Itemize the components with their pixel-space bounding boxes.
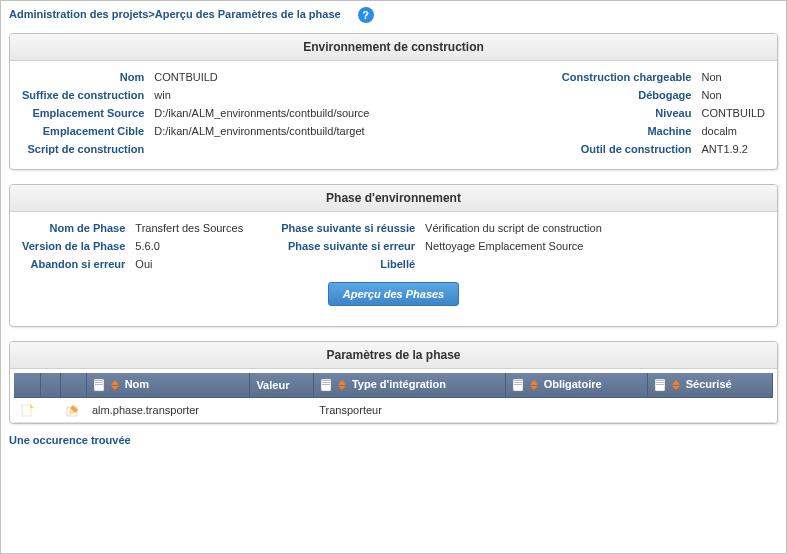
- panel-phase: Phase d'environnement Nom de Phase Trans…: [9, 184, 778, 327]
- env-right-col: Construction chargeable Non Débogage Non…: [562, 71, 765, 155]
- cell-obligatoire: [505, 398, 647, 423]
- value-script: [154, 143, 369, 155]
- breadcrumb: Administration des projets>Aperçu des Pa…: [9, 7, 778, 23]
- value-chargeable: Non: [701, 71, 765, 83]
- phase-right-col: Phase suivante si réussie Vérification d…: [281, 222, 602, 270]
- col-valeur-label: Valeur: [256, 379, 289, 391]
- svg-rect-21: [656, 384, 664, 385]
- help-icon[interactable]: ?: [358, 7, 374, 23]
- sort-icon: [111, 380, 119, 390]
- label-suffixe: Suffixe de construction: [22, 89, 144, 101]
- label-phase-ver: Version de la Phase: [22, 240, 125, 252]
- svg-marker-11: [338, 386, 346, 390]
- label-machine: Machine: [562, 125, 692, 137]
- panel-parametres-title: Paramètres de la phase: [10, 342, 777, 369]
- phase-left-col: Nom de Phase Transfert des Sources Versi…: [22, 222, 243, 270]
- svg-rect-9: [322, 384, 330, 385]
- table-row: alm.phase.transporter Transporteur: [14, 398, 773, 423]
- page-icon: [512, 378, 524, 392]
- cell-nom: alm.phase.transporter: [86, 398, 250, 423]
- value-src: D:/ikan/ALM_environments/contbuild/sourc…: [154, 107, 369, 119]
- label-erreur: Phase suivante si erreur: [281, 240, 415, 252]
- breadcrumb-part-2[interactable]: Aperçu des Paramètres de la phase: [155, 8, 341, 20]
- value-phase-ver: 5.6.0: [135, 240, 243, 252]
- svg-marker-23: [672, 386, 680, 390]
- svg-rect-19: [656, 380, 664, 381]
- col-securise-label: Sécurisé: [686, 378, 732, 390]
- svg-rect-2: [95, 382, 103, 383]
- col-type[interactable]: Type d'intégration: [313, 373, 505, 398]
- value-machine: docalm: [701, 125, 765, 137]
- svg-rect-15: [514, 384, 522, 385]
- svg-rect-3: [95, 384, 103, 385]
- svg-rect-14: [514, 382, 522, 383]
- svg-rect-24: [22, 405, 31, 416]
- cell-type: Transporteur: [313, 398, 505, 423]
- col-action-3: [60, 373, 86, 398]
- col-type-label: Type d'intégration: [352, 378, 446, 390]
- col-nom-label: Nom: [125, 378, 149, 390]
- label-tgt: Emplacement Cible: [22, 125, 144, 137]
- svg-rect-20: [656, 382, 664, 383]
- value-tgt: D:/ikan/ALM_environments/contbuild/targe…: [154, 125, 369, 137]
- svg-marker-10: [338, 380, 346, 385]
- col-valeur[interactable]: Valeur: [250, 373, 313, 398]
- label-src: Emplacement Source: [22, 107, 144, 119]
- value-outil: ANT1.9.2: [701, 143, 765, 155]
- value-suffixe: win: [154, 89, 369, 101]
- value-phase-nom: Transfert des Sources: [135, 222, 243, 234]
- svg-marker-5: [111, 386, 119, 390]
- sort-icon: [672, 380, 680, 390]
- value-nom: CONTBUILD: [154, 71, 369, 83]
- parametres-table: Nom Valeur Type d'intégration: [14, 373, 773, 423]
- result-count: Une occurence trouvée: [9, 428, 778, 448]
- page-icon: [654, 378, 666, 392]
- label-reussie: Phase suivante si réussie: [281, 222, 415, 234]
- svg-rect-8: [322, 382, 330, 383]
- page-icon: [320, 378, 332, 392]
- label-niveau: Niveau: [562, 107, 692, 119]
- value-phase-abandon: Oui: [135, 258, 243, 270]
- page-icon: [93, 378, 105, 392]
- panel-parametres: Paramètres de la phase: [9, 341, 778, 424]
- sort-icon: [530, 380, 538, 390]
- breadcrumb-part-1[interactable]: Administration des projets: [9, 8, 148, 20]
- label-debug: Débogage: [562, 89, 692, 101]
- panel-environment: Environnement de construction Nom CONTBU…: [9, 33, 778, 170]
- label-libelle: Libellé: [281, 258, 415, 270]
- svg-rect-7: [322, 380, 330, 381]
- label-phase-abandon: Abandon si erreur: [22, 258, 125, 270]
- col-action-1: [14, 373, 40, 398]
- value-libelle: [425, 258, 602, 270]
- svg-rect-1: [95, 380, 103, 381]
- svg-marker-25: [30, 404, 34, 408]
- label-nom: Nom: [22, 71, 144, 83]
- sort-icon: [338, 380, 346, 390]
- svg-marker-17: [530, 386, 538, 390]
- col-obligatoire-label: Obligatoire: [544, 378, 602, 390]
- edit-icon[interactable]: [66, 403, 80, 417]
- svg-marker-16: [530, 380, 538, 385]
- label-phase-nom: Nom de Phase: [22, 222, 125, 234]
- svg-marker-4: [111, 380, 119, 385]
- value-erreur: Nettoyage Emplacement Source: [425, 240, 602, 252]
- col-nom[interactable]: Nom: [86, 373, 250, 398]
- svg-marker-22: [672, 380, 680, 385]
- label-outil: Outil de construction: [562, 143, 692, 155]
- value-reussie: Vérification du script de construction: [425, 222, 602, 234]
- panel-phase-title: Phase d'environnement: [10, 185, 777, 212]
- svg-rect-13: [514, 380, 522, 381]
- col-securise[interactable]: Sécurisé: [647, 373, 772, 398]
- label-script: Script de construction: [22, 143, 144, 155]
- panel-environment-title: Environnement de construction: [10, 34, 777, 61]
- cell-securise: [647, 398, 772, 423]
- value-debug: Non: [701, 89, 765, 101]
- env-left-col: Nom CONTBUILD Suffixe de construction wi…: [22, 71, 369, 155]
- value-niveau: CONTBUILD: [701, 107, 765, 119]
- button-apercu-phases[interactable]: Aperçu des Phases: [328, 282, 460, 306]
- label-chargeable: Construction chargeable: [562, 71, 692, 83]
- col-obligatoire[interactable]: Obligatoire: [505, 373, 647, 398]
- cell-valeur: [250, 398, 313, 423]
- col-action-2: [40, 373, 60, 398]
- new-icon[interactable]: [20, 403, 34, 417]
